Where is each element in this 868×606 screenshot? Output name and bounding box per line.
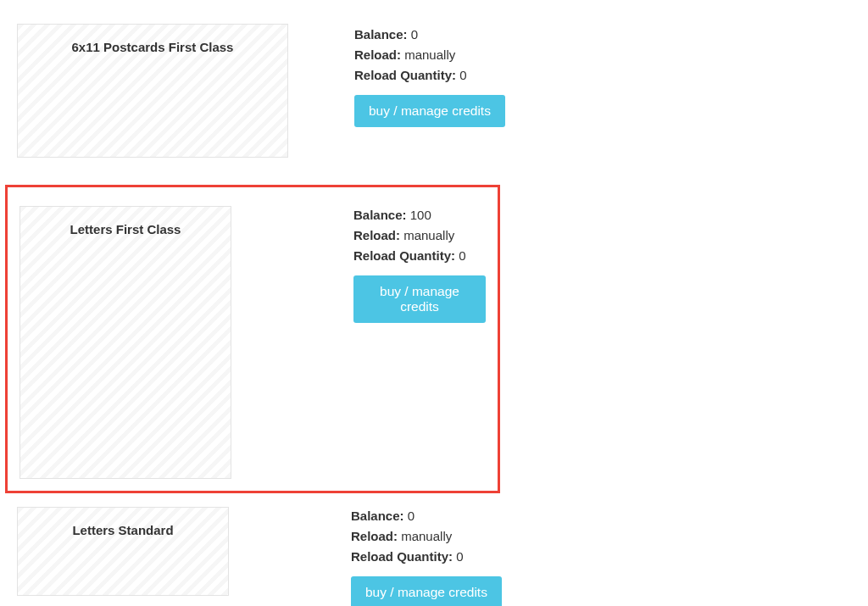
reload-qty-value: 0 [459,68,466,82]
buy-manage-credits-button[interactable]: buy / manage credits [354,95,505,127]
reload-qty-label: Reload Quantity: [353,248,455,263]
reload-qty-value: 0 [456,549,463,564]
balance-value: 100 [410,208,431,222]
product-thumbnail: Letters First Class [19,206,231,479]
product-title: Letters First Class [20,207,231,236]
credit-card-row-highlighted: Letters First Class Balance: 100 Reload:… [5,185,500,493]
reload-value: manually [404,47,455,62]
reload-label: Reload: [351,529,398,543]
reload-label: Reload: [353,228,400,242]
buy-manage-credits-button[interactable]: buy / manage credits [351,576,502,606]
product-details: Balance: 0 Reload: manually Reload Quant… [354,24,505,127]
balance-label: Balance: [351,509,404,523]
balance-value: 0 [411,27,418,42]
reload-line: Reload: manually [351,529,502,543]
product-title: 6x11 Postcards First Class [18,25,287,54]
balance-value: 0 [408,509,415,523]
product-details: Balance: 0 Reload: manually Reload Quant… [351,507,502,606]
balance-line: Balance: 100 [353,208,486,222]
reload-qty-value: 0 [459,248,465,263]
buy-manage-credits-button[interactable]: buy / manage credits [353,275,486,323]
reload-value: manually [401,529,452,543]
reload-qty-label: Reload Quantity: [351,549,453,564]
product-details: Balance: 100 Reload: manually Reload Qua… [353,206,486,323]
product-thumbnail: 6x11 Postcards First Class [17,24,288,158]
balance-label: Balance: [353,208,407,222]
product-title: Letters Standard [18,508,228,537]
reload-qty-label: Reload Quantity: [354,68,456,82]
reload-line: Reload: manually [354,47,505,62]
reload-line: Reload: manually [353,228,486,242]
balance-line: Balance: 0 [351,509,502,523]
reload-qty-line: Reload Quantity: 0 [354,68,505,82]
reload-label: Reload: [354,47,401,62]
credit-card-row: 6x11 Postcards First Class Balance: 0 Re… [17,24,851,158]
product-thumbnail: Letters Standard [17,507,229,596]
balance-line: Balance: 0 [354,27,505,42]
credit-card-row: Letters Standard Balance: 0 Reload: manu… [17,507,851,606]
balance-label: Balance: [354,27,408,42]
reload-value: manually [403,228,454,242]
reload-qty-line: Reload Quantity: 0 [351,549,502,564]
reload-qty-line: Reload Quantity: 0 [353,248,486,263]
